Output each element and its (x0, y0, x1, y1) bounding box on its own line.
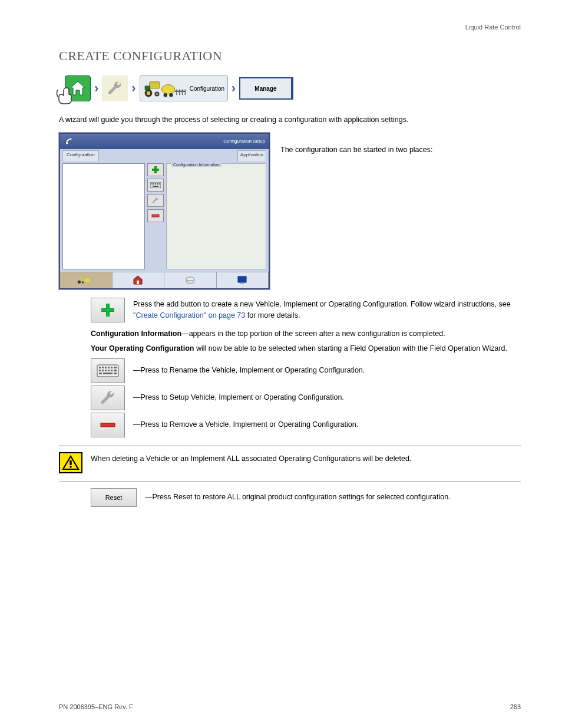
rename-button-row: —Press to Rename the Vehicle, Implement … (91, 358, 521, 383)
caution-row: When deleting a Vehicle or an Implement … (59, 452, 521, 473)
device-bottom-tabs (60, 272, 269, 288)
divider (59, 482, 521, 482)
keyboard-icon (97, 364, 119, 377)
minus-icon (100, 421, 116, 429)
add-button-description: Press the add button to create a new Veh… (133, 299, 521, 321)
svg-rect-28 (137, 281, 139, 284)
product-icon (185, 275, 196, 285)
wrench-icon (151, 196, 160, 205)
svg-point-8 (169, 93, 173, 97)
svg-point-3 (146, 91, 150, 95)
tab-vehicle[interactable] (60, 272, 113, 288)
svg-rect-48 (111, 370, 113, 371)
barn-icon (133, 275, 143, 285)
rename-button-small[interactable] (147, 179, 164, 192)
caution-icon (59, 452, 82, 473)
svg-rect-51 (103, 373, 113, 374)
reset-button[interactable]: Reset (91, 488, 137, 507)
svg-rect-49 (114, 370, 117, 371)
display-icon (237, 276, 247, 284)
svg-rect-32 (240, 282, 244, 284)
svg-rect-23 (152, 215, 159, 217)
svg-rect-46 (105, 370, 107, 371)
wrench-icon (106, 80, 124, 97)
add-button[interactable] (91, 298, 125, 322)
svg-point-7 (163, 93, 167, 97)
svg-rect-42 (111, 367, 113, 368)
svg-rect-21 (158, 183, 160, 185)
tab-display[interactable] (217, 272, 269, 288)
minus-icon (151, 213, 160, 218)
config-info-title: Configuration Information (171, 163, 222, 167)
svg-rect-47 (108, 370, 110, 371)
page-footer: PN 2006395–ENG Rev. F 263 (0, 703, 562, 710)
tab-product[interactable] (164, 272, 217, 288)
tab-farm[interactable] (113, 272, 165, 288)
add-button-row: Press the add button to create a new Veh… (91, 298, 521, 322)
svg-rect-43 (114, 367, 117, 368)
svg-rect-39 (102, 367, 104, 368)
config-list[interactable] (62, 163, 145, 269)
plus-icon (151, 166, 160, 174)
svg-rect-20 (157, 183, 158, 185)
settings-wrench-button[interactable] (102, 75, 128, 101)
divider (59, 446, 521, 446)
config-info-panel: Configuration Information (166, 163, 266, 269)
tractor-small-icon (77, 275, 95, 285)
configuration-setup-screen: Configuration Setup Configuration Applic… (59, 133, 270, 289)
chevron-right-icon: › (130, 81, 137, 96)
rename-button[interactable] (91, 358, 125, 383)
keyboard-icon (150, 182, 161, 188)
footer-rev: PN 2006395–ENG Rev. F (59, 703, 133, 710)
remove-button-row: —Press to Remove a Vehicle, Implement or… (91, 413, 521, 437)
svg-rect-52 (114, 373, 117, 374)
svg-point-26 (81, 282, 83, 284)
configuration-label: Configuration (190, 85, 224, 92)
footer-page: 263 (510, 703, 521, 710)
tractor-implement-icon (144, 78, 186, 98)
svg-rect-40 (105, 367, 107, 368)
reset-description: —Press Reset to restore ALL original pro… (145, 492, 521, 503)
setup-button-row: —Press to Setup Vehicle, Implement or Op… (91, 386, 521, 410)
svg-rect-16 (150, 182, 161, 188)
svg-rect-50 (99, 373, 102, 374)
screen-title-icon: Configuration Setup (223, 139, 265, 144)
cross-ref-link[interactable]: "Create Configuration" on page 73 (133, 311, 245, 319)
remove-button[interactable] (91, 413, 125, 437)
reset-button-row: Reset —Press Reset to restore ALL origin… (91, 488, 521, 507)
svg-rect-31 (238, 276, 246, 282)
svg-point-30 (186, 277, 194, 281)
wrench-icon (99, 389, 117, 407)
tab-configuration[interactable]: Configuration (62, 150, 99, 161)
svg-point-25 (77, 281, 80, 284)
svg-rect-24 (80, 278, 84, 281)
svg-point-5 (156, 93, 158, 95)
remove-button-small[interactable] (147, 209, 164, 222)
add-button-small[interactable] (147, 163, 164, 176)
chevron-right-icon: › (93, 81, 100, 96)
svg-rect-45 (102, 370, 104, 371)
setup-button-small[interactable] (147, 194, 164, 207)
setup-description: —Press to Setup Vehicle, Implement or Op… (133, 392, 521, 403)
manage-label: Manage (254, 85, 276, 92)
svg-rect-53 (101, 423, 115, 427)
svg-rect-44 (99, 370, 101, 371)
svg-rect-41 (108, 367, 110, 368)
header-category: Liquid Rate Control (59, 24, 521, 31)
svg-rect-38 (99, 367, 101, 368)
side-text: The configuration can be started in two … (280, 133, 521, 156)
page-title: CREATE CONFIGURATION (59, 48, 521, 64)
remove-description: —Press to Remove a Vehicle, Implement or… (133, 419, 521, 430)
manage-button[interactable]: Manage (239, 77, 293, 100)
configuration-button[interactable]: Configuration (140, 75, 228, 101)
plus-icon (100, 302, 116, 318)
chevron-right-icon: › (230, 81, 237, 96)
press-home-button[interactable] (59, 74, 91, 103)
tab-application[interactable]: Application (237, 150, 266, 161)
press-hand-icon (55, 86, 77, 105)
svg-rect-17 (151, 183, 153, 185)
setup-button[interactable] (91, 386, 125, 410)
back-arrow-icon[interactable] (64, 137, 75, 146)
svg-rect-0 (149, 82, 160, 88)
svg-rect-19 (155, 183, 156, 185)
